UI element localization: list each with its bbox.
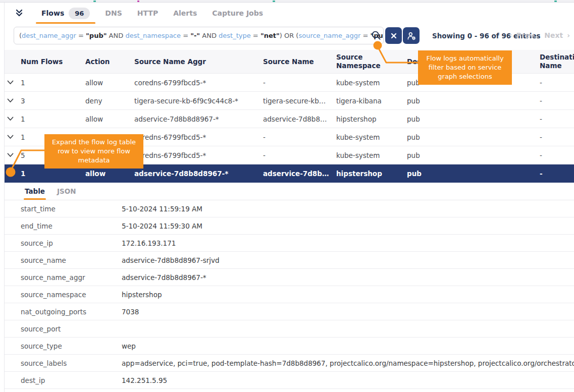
cell-source-namespace: tigera-kibana (336, 97, 407, 105)
clear-filter-button[interactable] (385, 27, 402, 44)
cell-dest-name: - (540, 97, 574, 105)
expand-row-toggle[interactable] (5, 135, 21, 139)
detail-field-label: source_namespace (21, 291, 122, 299)
tab-http[interactable]: HTTP (130, 3, 166, 24)
flows-count-badge: 96 (69, 8, 90, 19)
detail-row: source_typewep (5, 338, 574, 355)
cell-source-namespace: kube-system (336, 151, 407, 159)
detail-field-label: dest_ip (21, 376, 122, 384)
cell-num: 1 (21, 170, 85, 178)
tabs-list: Flows96DNSHTTPAlertsCapture Jobs (34, 3, 271, 24)
detail-row: nat_outgoing_ports7038 (5, 303, 574, 320)
query-token: = (360, 32, 370, 39)
detail-field-label: end_time (21, 222, 122, 230)
tab-label: Alerts (173, 9, 197, 17)
pagination: ‹ Prev Next › (509, 31, 570, 39)
cell-source-name: - (263, 151, 336, 159)
flow-logs-panel: Flows96DNSHTTPAlertsCapture Jobs (dest_n… (0, 0, 574, 392)
cell-dest-name-aggr: pub (407, 151, 540, 159)
detail-row: source_labelsapp=adservice, pci=true, po… (5, 355, 574, 372)
double-chevron-down-icon (15, 9, 24, 18)
user-gear-icon (406, 31, 416, 41)
cell-num: 3 (21, 97, 85, 105)
flow-detail-tabs: TableJSON (5, 183, 574, 200)
detail-row: end_time5-10-2024 11:59:30 AM (5, 217, 574, 235)
column-header-action[interactable]: Action (85, 58, 134, 66)
detail-row: source_namespacehipstershop (5, 286, 574, 303)
prev-chevron-icon[interactable]: ‹ (509, 31, 512, 39)
detail-field-value: wep (122, 342, 574, 350)
expand-chevron-icon[interactable] (7, 98, 14, 103)
search-icon[interactable] (371, 30, 381, 40)
cell-dest-name: - (540, 79, 574, 87)
cell-source-name: tigera-secure-kb… (263, 97, 336, 105)
query-token: = (181, 32, 190, 39)
next-chevron-icon[interactable]: › (567, 31, 570, 39)
cell-dest-name: - (540, 133, 574, 141)
detail-field-label: source_port (21, 325, 122, 333)
tab-label: Flows (41, 9, 64, 17)
query-token: "-" (190, 32, 200, 39)
table-row[interactable]: 1allowadservice-7d8b8d8967-*adservice-7d… (5, 110, 574, 128)
user-settings-button[interactable] (403, 27, 420, 44)
column-header-source-name-aggr[interactable]: Source Name Aggr (134, 58, 263, 66)
cell-source-name-aggr: tigera-secure-kb-6f9c9c44c8-* (134, 97, 263, 105)
cell-source-namespace: hipstershop (336, 115, 407, 123)
tab-dns[interactable]: DNS (97, 3, 129, 24)
detail-tab-json[interactable]: JSON (51, 183, 82, 200)
tab-capture-jobs[interactable]: Capture Jobs (204, 3, 271, 24)
detail-field-value: hipstershop (122, 291, 574, 299)
expand-chevron-icon[interactable] (7, 135, 14, 139)
expand-chevron-icon[interactable] (7, 172, 14, 176)
filter-query-input[interactable]: (dest_name_aggr = "pub" AND dest_namespa… (14, 27, 384, 44)
prev-button[interactable]: Prev (516, 31, 534, 39)
query-token: source_name_aggr (298, 32, 360, 39)
expand-chevron-icon[interactable] (7, 153, 14, 157)
cell-dest-name-aggr: pub (407, 115, 540, 123)
column-header-source-namespace[interactable]: Source Namespace (336, 53, 407, 70)
cell-source-name-aggr: coredns-6799fbcd5-* (134, 151, 263, 159)
column-header-destination-name[interactable]: Destination Name (540, 53, 574, 70)
detail-field-value: app=adservice, pci=true, pod-template-ha… (122, 359, 574, 367)
detail-field-value: 142.251.5.95 (122, 376, 574, 384)
column-header-source-name[interactable]: Source Name (263, 58, 336, 66)
tab-alerts[interactable]: Alerts (166, 3, 204, 24)
cell-action: deny (85, 97, 134, 105)
detail-field-label: source_type (21, 342, 122, 350)
expand-row-toggle[interactable] (5, 80, 21, 85)
detail-field-value: 5-10-2024 11:59:19 AM (122, 205, 574, 213)
tab-label: DNS (105, 9, 122, 17)
cell-source-name: - (263, 79, 336, 87)
cell-dest-name-aggr: pub (407, 97, 540, 105)
flow-detail-table: start_time5-10-2024 11:59:19 AMend_time5… (5, 200, 574, 389)
cell-dest-name: - (540, 115, 574, 123)
tab-label: HTTP (137, 9, 158, 17)
collapse-panel-button[interactable] (13, 7, 26, 20)
column-header-num-flows[interactable]: Num Flows (21, 58, 85, 66)
tab-flows[interactable]: Flows96 (34, 3, 97, 24)
detail-tab-table[interactable]: Table (19, 183, 51, 200)
cell-dest-name: - (540, 151, 574, 159)
expand-row-toggle[interactable] (5, 153, 21, 157)
table-row[interactable]: 3denytigera-secure-kb-6f9c9c44c8-*tigera… (5, 92, 574, 110)
cell-source-name-aggr: coredns-6799fbcd5-* (134, 133, 263, 141)
cell-source-name: adservice-7d8b8… (263, 170, 336, 178)
cell-source-name-aggr: coredns-6799fbcd5-* (134, 79, 263, 87)
expand-row-toggle[interactable] (5, 98, 21, 103)
detail-field-label: source_labels (21, 359, 122, 367)
query-token: "pub" (86, 32, 107, 39)
graph-speck (93, 1, 96, 2)
detail-row: source_name_aggradservice-7d8b8d8967-* (5, 269, 574, 286)
tab-label: Capture Jobs (212, 9, 263, 17)
close-icon (390, 32, 397, 39)
expand-chevron-icon[interactable] (7, 117, 14, 121)
expand-row-toggle[interactable] (5, 172, 21, 176)
query-token: dest_namespace (125, 32, 181, 39)
query-token: = (251, 32, 260, 39)
detail-field-value: 5-10-2024 11:59:30 AM (122, 222, 574, 230)
next-button[interactable]: Next (544, 31, 563, 39)
expand-chevron-icon[interactable] (7, 80, 14, 85)
detail-row: dest_ip142.251.5.95 (5, 372, 574, 389)
expand-row-toggle[interactable] (5, 117, 21, 121)
cell-source-name: - (263, 133, 336, 141)
